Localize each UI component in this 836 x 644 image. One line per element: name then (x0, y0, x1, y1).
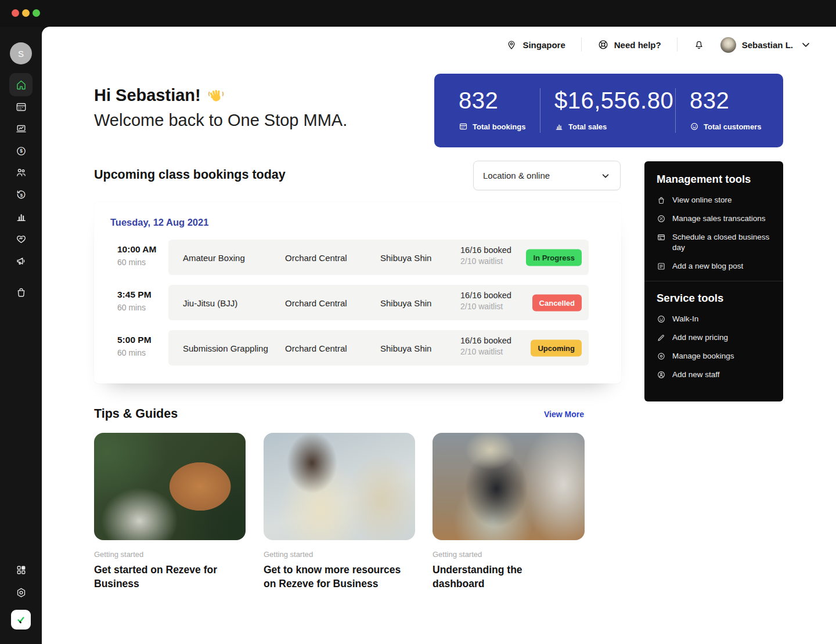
sidebar-item-partnerships[interactable] (9, 227, 33, 250)
refund-icon: $ (15, 189, 27, 201)
close-window-button[interactable] (12, 9, 19, 17)
header-divider (581, 38, 582, 52)
sidebar-item-customers[interactable] (9, 161, 33, 184)
bookings-date: Tuesday, 12 Aug 2021 (110, 217, 208, 228)
sidebar-item-reports[interactable] (9, 205, 33, 228)
greeting-block: Hi Sebastian! Welcome back to One Stop M… (94, 84, 347, 132)
stat-label: Total bookings (473, 122, 525, 131)
greeting-text: Hi Sebastian! (94, 84, 201, 107)
management-tools-title: Management tools (657, 173, 771, 186)
sidebar-item-home[interactable] (9, 73, 33, 96)
pencil-icon (657, 333, 666, 342)
calendar-icon (459, 122, 468, 131)
tool-manage-sales[interactable]: Manage sales transcations (657, 214, 771, 224)
user-name[interactable]: Sebastian L. (742, 40, 793, 50)
customers-icon (15, 167, 27, 179)
tool-label: Add a new blog post (672, 261, 743, 272)
view-more-link[interactable]: View More (544, 410, 584, 419)
tool-manage-bookings[interactable]: Manage bookings (657, 351, 771, 361)
booking-time: 5:00 PM 60 mins (117, 335, 152, 357)
sidebar-item-refunds[interactable]: $ (9, 183, 33, 207)
chevron-down-icon[interactable] (800, 39, 812, 50)
duration-value: 60 mins (117, 348, 152, 357)
tool-label: Walk-In (672, 314, 698, 324)
tool-label: Add new staff (672, 370, 720, 380)
chevron-down-icon (600, 171, 611, 181)
help-button[interactable]: Need help? (597, 39, 661, 50)
stat-label: Total sales (568, 122, 607, 131)
booked-count: 16/16 booked (460, 336, 511, 345)
tool-walk-in[interactable]: Walk-In (657, 314, 771, 324)
guide-card[interactable]: Getting started Understanding the dashbo… (433, 433, 585, 591)
location-pin-icon (506, 39, 517, 50)
tool-label: Manage bookings (672, 351, 734, 361)
class-name: Jiu-Jitsu (BJJ) (183, 298, 237, 307)
bag-icon (657, 196, 666, 205)
bookings-section-title: Upcoming class bookings today (94, 168, 286, 182)
tips-section-title: Tips & Guides (94, 407, 178, 421)
sidebar-item-marketing[interactable] (9, 249, 33, 272)
zoom-window-button[interactable] (33, 9, 40, 17)
minimize-window-button[interactable] (22, 9, 30, 17)
location-filter-dropdown[interactable]: Location & online (473, 161, 621, 190)
stats-card: 832 Total bookings $16,556.80 Total sale… (434, 74, 783, 147)
waitlist-count: 2/10 waitlist (460, 302, 511, 311)
sidebar-item-performance[interactable] (9, 117, 33, 140)
sidebar-item-store[interactable] (9, 280, 33, 303)
booking-time: 10:00 AM 60 mins (117, 244, 156, 267)
sidebar-item-schedule[interactable] (9, 95, 33, 118)
booking-row-body[interactable]: Jiu-Jitsu (BJJ) Orchard Central Shibuya … (168, 285, 589, 320)
time-value: 5:00 PM (117, 335, 152, 345)
tool-add-new-pricing[interactable]: Add new pricing (657, 332, 771, 343)
tools-panel: Management tools View online store Manag… (644, 161, 783, 401)
tool-view-online-store[interactable]: View online store (657, 195, 771, 205)
sidebar-item-pricing[interactable]: $ (9, 139, 33, 162)
booking-row-body[interactable]: Amateur Boxing Orchard Central Shibuya S… (168, 240, 589, 275)
class-location: Orchard Central (285, 343, 347, 353)
guide-card[interactable]: Getting started Get to know more resourc… (264, 433, 415, 591)
guide-card[interactable]: Getting started Get started on Rezeve fo… (94, 433, 246, 591)
sidebar-item-apps[interactable] (9, 558, 33, 581)
status-badge: Upcoming (531, 339, 582, 356)
filter-value: Location & online (483, 171, 550, 180)
guide-card-image (264, 433, 415, 540)
waitlist-count: 2/10 waitlist (460, 256, 511, 266)
booking-row-body[interactable]: Submission Grappling Orchard Central Shi… (168, 330, 589, 366)
tool-label: Schedule a closed business day (672, 232, 771, 253)
guide-card-title: Get to know more resources on Rezeve for… (264, 563, 403, 591)
tool-add-blog-post[interactable]: Add a new blog post (657, 261, 771, 272)
class-location: Orchard Central (285, 298, 347, 307)
class-name: Amateur Boxing (183, 252, 245, 262)
time-value: 3:45 PM (117, 290, 152, 300)
guide-card-category: Getting started (94, 550, 246, 559)
sidebar: S $ $ (0, 0, 42, 644)
store-bag-icon (15, 286, 27, 298)
class-instructor: Shibuya Shin (380, 298, 431, 307)
workspace-avatar[interactable]: S (10, 42, 32, 64)
bell-icon (693, 39, 705, 50)
stats-divider (540, 88, 540, 133)
calendar-icon (657, 233, 666, 242)
booked-count: 16/16 booked (460, 291, 511, 300)
window-titlebar (0, 0, 836, 27)
blog-icon (657, 262, 666, 271)
class-instructor: Shibuya Shin (380, 343, 431, 353)
stat-value: 832 (690, 86, 761, 114)
tool-schedule-closed-day[interactable]: Schedule a closed business day (657, 232, 771, 253)
tools-divider (644, 281, 783, 281)
stat-label: Total customers (704, 122, 761, 131)
guide-card-title: Get started on Rezeve for Business (94, 563, 233, 591)
sidebar-item-settings[interactable] (9, 581, 33, 604)
rezeve-logo[interactable] (11, 610, 31, 629)
notifications-button[interactable] (693, 39, 705, 50)
tool-label: Add new pricing (672, 332, 728, 343)
location-selector[interactable]: Singapore (506, 39, 565, 50)
help-label: Need help? (614, 40, 661, 50)
status-badge: Cancelled (532, 294, 582, 311)
status-badge: In Progress (526, 249, 582, 266)
location-label: Singapore (522, 40, 565, 50)
bar-chart-icon (554, 122, 564, 131)
percent-circle-icon (657, 214, 666, 223)
tool-add-new-staff[interactable]: Add new staff (657, 370, 771, 380)
user-avatar[interactable] (720, 37, 736, 53)
